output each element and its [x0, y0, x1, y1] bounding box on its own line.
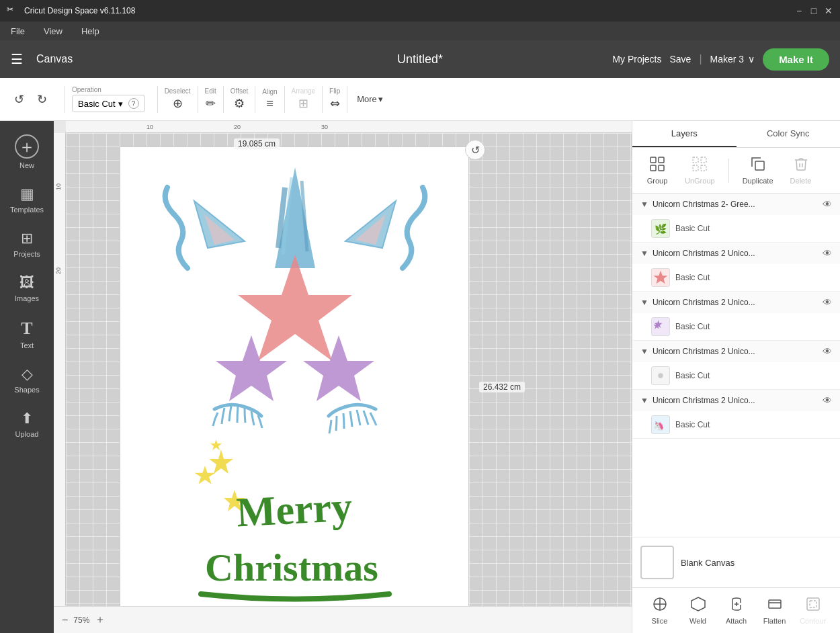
toolbar: ↺ ↻ Operation Basic Cut ▾ ? Deselect ⊕ E… — [0, 78, 840, 121]
align-group: Align ≡ — [262, 88, 277, 111]
zoom-in-button[interactable]: ＋ — [95, 613, 106, 627]
sidebar-item-shapes[interactable]: ◇ Shapes — [0, 357, 54, 402]
layer-group-3: ▼ Unicorn Christmas 2 Unico... 👁 Basic C… — [632, 292, 840, 341]
layer-header-3[interactable]: ▼ Unicorn Christmas 2 Unico... 👁 — [632, 292, 840, 313]
layer-group-2: ▼ Unicorn Christmas 2 Unico... 👁 Basic C… — [632, 243, 840, 292]
edit-button[interactable]: ✏ — [206, 96, 216, 111]
layer-item-2: Basic Cut — [632, 264, 840, 291]
sidebar-label-templates: Templates — [10, 206, 44, 214]
sidebar-item-projects[interactable]: ⊞ Projects — [0, 222, 54, 266]
tab-color-sync[interactable]: Color Sync — [737, 121, 841, 147]
tab-layers[interactable]: Layers — [632, 121, 737, 147]
window-controls: − □ ✕ — [794, 6, 833, 15]
eye-icon-3[interactable]: 👁 — [823, 297, 832, 308]
toolbar-divider-1 — [65, 86, 65, 113]
flatten-button[interactable]: Flatten — [755, 593, 794, 628]
minimize-button[interactable]: − — [794, 6, 804, 15]
maximize-button[interactable]: □ — [809, 6, 818, 15]
align-button[interactable]: ≡ — [266, 97, 274, 111]
ungroup-icon — [691, 156, 708, 175]
weld-button[interactable]: Weld — [679, 593, 717, 628]
more-button[interactable]: More ▾ — [357, 94, 383, 104]
sidebar-item-text[interactable]: T Text — [0, 310, 54, 357]
sidebar-item-images[interactable]: 🖼 Images — [0, 266, 54, 310]
layer-thumb-4 — [651, 366, 670, 385]
weld-label: Weld — [689, 617, 706, 625]
panel-action-divider — [728, 159, 729, 183]
duplicate-button[interactable]: Duplicate — [737, 153, 779, 187]
undo-icon: ↺ — [14, 92, 24, 107]
delete-label: Delete — [790, 177, 812, 185]
ruler-tick-20: 20 — [234, 124, 241, 130]
header-separator: | — [699, 53, 702, 65]
deselect-button[interactable]: ⊕ — [173, 96, 183, 111]
svg-rect-28 — [755, 161, 764, 170]
flip-group: Flip ⇔ — [329, 87, 340, 111]
toolbar-divider-2 — [157, 86, 158, 113]
ungroup-button[interactable]: UnGroup — [679, 153, 720, 187]
layer-thumb-3 — [651, 317, 670, 336]
machine-selector[interactable]: Maker 3 ∨ — [710, 54, 755, 65]
left-sidebar: ＋ New ▦ Templates ⊞ Projects 🖼 Images T … — [0, 121, 54, 633]
operation-help-icon[interactable]: ? — [128, 98, 139, 109]
sidebar-label-text: Text — [20, 341, 34, 349]
slice-button[interactable]: Slice — [640, 593, 679, 628]
chevron-down-icon-1: ▼ — [640, 200, 648, 209]
make-it-button[interactable]: Make It — [763, 48, 829, 71]
undo-button[interactable]: ↺ — [8, 89, 30, 110]
dimension-label-vertical: 26.432 cm — [479, 382, 525, 392]
arrange-label: Arrange — [292, 87, 316, 95]
svg-text:Christmas: Christmas — [205, 546, 378, 589]
close-button[interactable]: ✕ — [824, 6, 833, 15]
edit-label: Edit — [205, 87, 216, 95]
svg-text:Merry: Merry — [235, 484, 353, 536]
operation-group: Operation Basic Cut ▾ ? — [72, 86, 145, 112]
svg-marker-30 — [654, 271, 667, 284]
dimension-label-horizontal: 19.085 cm — [234, 138, 280, 149]
sidebar-item-new[interactable]: ＋ New — [0, 126, 54, 177]
sidebar-item-templates[interactable]: ▦ Templates — [0, 177, 54, 222]
layer-header-4[interactable]: ▼ Unicorn Christmas 2 Unico... 👁 — [632, 341, 840, 362]
ruler-vtick-10: 10 — [55, 183, 62, 190]
contour-button[interactable]: Contour — [794, 593, 832, 628]
align-label: Align — [262, 88, 277, 95]
refresh-button[interactable]: ↺ — [465, 140, 485, 160]
layer-header-5[interactable]: ▼ Unicorn Christmas 2 Unico... 👁 — [632, 390, 840, 411]
eye-icon-5[interactable]: 👁 — [823, 395, 832, 406]
layers-list: ▼ Unicorn Christmas 2- Gree... 👁 🌿 Basic… — [632, 194, 840, 537]
canvas-content[interactable]: Merry Christmas 19.085 cm 26.432 cm ↺ — [66, 133, 632, 606]
eye-icon-2[interactable]: 👁 — [823, 248, 832, 259]
zoom-out-button[interactable]: − — [62, 614, 68, 626]
menu-file[interactable]: File — [7, 25, 29, 38]
my-projects-button[interactable]: My Projects — [612, 54, 661, 65]
layer-header-1[interactable]: ▼ Unicorn Christmas 2- Gree... 👁 — [632, 194, 840, 215]
svg-point-33 — [658, 373, 663, 378]
flip-button[interactable]: ⇔ — [330, 96, 340, 111]
svg-rect-21 — [659, 157, 664, 163]
flatten-icon — [767, 596, 783, 616]
layer-name-4: Unicorn Christmas 2 Unico... — [653, 347, 818, 356]
layer-thumb-1: 🌿 — [651, 219, 670, 238]
eye-icon-1[interactable]: 👁 — [823, 199, 832, 210]
operation-arrow-icon: ▾ — [118, 99, 123, 109]
hamburger-menu[interactable]: ☰ — [11, 51, 23, 67]
sidebar-item-upload[interactable]: ⬆ Upload — [0, 402, 54, 446]
delete-icon — [793, 156, 809, 175]
delete-button[interactable]: Delete — [784, 153, 818, 187]
redo-button[interactable]: ↻ — [31, 89, 52, 110]
group-button[interactable]: Group — [640, 153, 674, 187]
attach-button[interactable]: Attach — [717, 593, 755, 628]
eye-icon-4[interactable]: 👁 — [823, 346, 832, 357]
zoom-controls: − 75% ＋ — [54, 606, 632, 633]
menu-help[interactable]: Help — [77, 25, 103, 38]
operation-select[interactable]: Basic Cut ▾ ? — [72, 95, 145, 112]
canvas-area[interactable]: 10 20 30 10 20 — [54, 121, 632, 633]
menu-view[interactable]: View — [40, 25, 67, 38]
flip-icon: ⇔ — [330, 96, 340, 111]
title-bar: ✂ Cricut Design Space v6.11.108 − □ ✕ — [0, 0, 840, 22]
layer-header-2[interactable]: ▼ Unicorn Christmas 2 Unico... 👁 — [632, 243, 840, 264]
save-button[interactable]: Save — [669, 54, 691, 65]
chevron-down-icon-3: ▼ — [640, 298, 648, 307]
offset-button[interactable]: ⚙ — [234, 96, 245, 111]
redo-icon: ↻ — [37, 92, 47, 107]
